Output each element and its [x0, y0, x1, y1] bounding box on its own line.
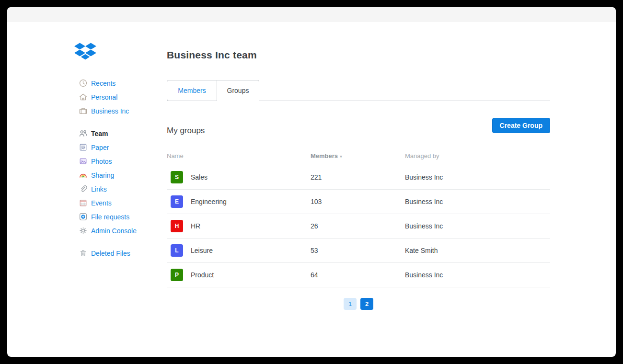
- pagination: 1 2: [167, 298, 550, 310]
- table-row[interactable]: L Leisure 53 Kate Smith: [167, 239, 550, 263]
- sidebar-item-label: Links: [91, 185, 107, 193]
- group-name-cell: Engineering: [191, 198, 303, 205]
- briefcase-icon: [78, 106, 88, 116]
- sidebar-item-label: Events: [91, 199, 112, 207]
- group-initial-badge: P: [171, 269, 183, 281]
- group-managed-by-cell: Kate Smith: [405, 247, 550, 254]
- sidebar-item[interactable]: Sharing: [78, 168, 164, 182]
- group-initial-badge: S: [171, 171, 183, 183]
- photos-icon: [78, 157, 88, 166]
- group-initial-badge: E: [171, 195, 183, 208]
- sidebar-item-label: Recents: [91, 80, 115, 87]
- file-request-icon: [78, 212, 88, 222]
- paperclip-icon: [78, 184, 88, 194]
- sort-caret-icon: ▾: [340, 154, 342, 159]
- group-managed-by-cell: Business Inc: [405, 198, 550, 205]
- column-header-managed-by[interactable]: Managed by: [405, 152, 550, 159]
- group-members-cell: 26: [311, 222, 397, 230]
- groups-table: Name Members▾ Managed by S Sales 221 Bus…: [167, 147, 550, 287]
- column-header-name[interactable]: Name: [167, 152, 311, 159]
- sidebar-item-label: Deleted Files: [91, 250, 130, 257]
- sidebar-item[interactable]: Events: [78, 196, 164, 210]
- trash-icon: [78, 249, 88, 258]
- sidebar-group-team: Team Paper Photos Sharing Links: [78, 126, 164, 238]
- sidebar-item-label: Photos: [91, 158, 112, 165]
- sidebar-item[interactable]: Paper: [78, 140, 164, 154]
- group-members-cell: 64: [311, 271, 397, 279]
- clock-icon: [78, 79, 88, 88]
- section-title: My groups: [167, 126, 205, 136]
- sidebar-item[interactable]: Links: [78, 182, 164, 196]
- sidebar-group-personal: Recents Personal Business Inc: [78, 76, 164, 118]
- tab-members[interactable]: Members: [167, 80, 217, 101]
- sidebar-item[interactable]: Admin Console: [78, 224, 164, 238]
- team-icon: [78, 129, 88, 138]
- sidebar-item[interactable]: File requests: [78, 210, 164, 224]
- sidebar-item[interactable]: Team: [78, 126, 164, 140]
- sidebar-item-label: Business Inc: [91, 107, 129, 115]
- sidebar-group-deleted: Deleted Files: [78, 246, 164, 260]
- sidebar-item[interactable]: Photos: [78, 154, 164, 168]
- gear-icon: [78, 226, 88, 236]
- page-button[interactable]: 2: [360, 298, 373, 310]
- paper-icon: [78, 143, 88, 152]
- sidebar: Recents Personal Business Inc Team Paper: [78, 76, 164, 269]
- dropbox-logo-icon[interactable]: [74, 42, 96, 62]
- sidebar-item[interactable]: Recents: [78, 76, 164, 90]
- sidebar-item-label: Sharing: [91, 171, 114, 179]
- group-managed-by-cell: Business Inc: [405, 173, 550, 181]
- home-icon: [78, 92, 88, 102]
- table-row[interactable]: S Sales 221 Business Inc: [167, 165, 550, 190]
- sidebar-item[interactable]: Personal: [78, 90, 164, 104]
- table-header-row: Name Members▾ Managed by: [167, 147, 550, 165]
- sidebar-item-label: File requests: [91, 213, 129, 221]
- page-title: Business Inc team: [167, 49, 257, 61]
- tab-bar: Members Groups: [167, 80, 550, 101]
- window-titlebar: [7, 7, 616, 22]
- sidebar-item[interactable]: Business Inc: [78, 104, 164, 118]
- rainbow-icon: [78, 171, 88, 180]
- sidebar-item-label: Admin Console: [91, 227, 137, 235]
- group-name-cell: HR: [191, 222, 303, 230]
- section-head: My groups Create Group: [167, 118, 550, 134]
- group-name-cell: Product: [191, 271, 303, 279]
- group-members-cell: 103: [311, 198, 397, 205]
- sidebar-item-label: Paper: [91, 144, 109, 151]
- sidebar-item[interactable]: Deleted Files: [78, 246, 164, 260]
- group-initial-badge: H: [171, 220, 183, 232]
- create-group-button[interactable]: Create Group: [492, 118, 550, 133]
- group-members-cell: 221: [311, 173, 397, 181]
- group-managed-by-cell: Business Inc: [405, 271, 550, 279]
- calendar-icon: [78, 198, 88, 208]
- table-row[interactable]: P Product 64 Business Inc: [167, 263, 550, 287]
- sidebar-item-label: Team: [91, 130, 108, 137]
- group-name-cell: Leisure: [191, 247, 303, 254]
- group-name-cell: Sales: [191, 173, 303, 181]
- column-header-members[interactable]: Members▾: [311, 152, 405, 159]
- group-managed-by-cell: Business Inc: [405, 222, 550, 230]
- table-body: S Sales 221 Business Inc E Engineering 1…: [167, 165, 550, 287]
- tab-groups[interactable]: Groups: [217, 80, 259, 101]
- group-initial-badge: L: [171, 244, 183, 257]
- sidebar-item-label: Personal: [91, 93, 117, 101]
- table-row[interactable]: H HR 26 Business Inc: [167, 214, 550, 239]
- page-button[interactable]: 1: [344, 298, 357, 310]
- table-row[interactable]: E Engineering 103 Business Inc: [167, 190, 550, 214]
- group-members-cell: 53: [311, 247, 397, 254]
- app-window: Recents Personal Business Inc Team Paper: [7, 7, 616, 357]
